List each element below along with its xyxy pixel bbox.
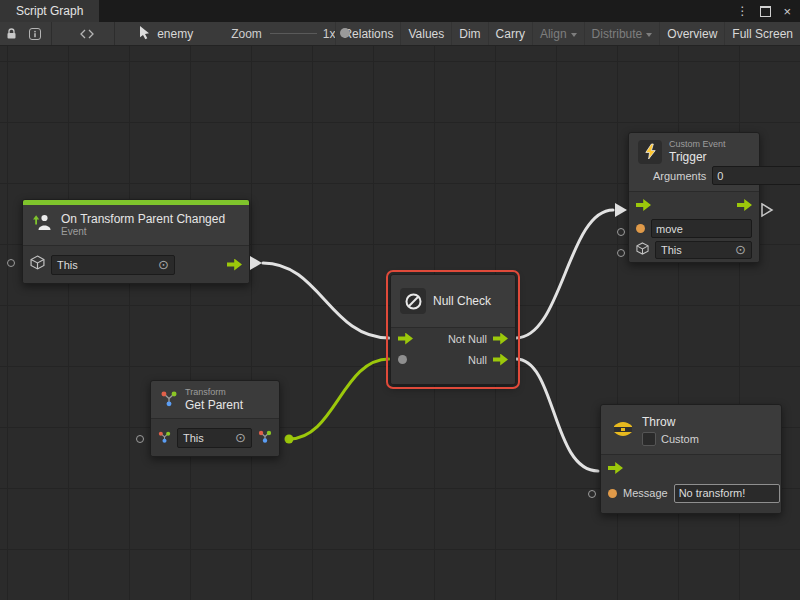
graph-toolbar: enemy Zoom 1x Relations Values Dim Carry… <box>0 22 800 46</box>
toolbar-separator <box>114 22 115 45</box>
node-null-check[interactable]: Null Check Not Null Null <box>390 274 516 385</box>
node-title: On Transform Parent Changed <box>61 212 225 226</box>
distribute-button[interactable]: Distribute <box>584 22 660 45</box>
throw-icon <box>611 418 635 444</box>
align-button[interactable]: Align <box>532 22 584 45</box>
tab-title: Script Graph <box>16 4 83 18</box>
node-category: Transform <box>185 387 243 398</box>
node-title: Null Check <box>433 294 491 308</box>
gameobject-cube-icon <box>30 255 45 274</box>
node-title: Trigger <box>669 150 726 164</box>
event-name-field[interactable] <box>651 219 752 238</box>
message-label: Message <box>623 487 668 499</box>
flow-in-port[interactable] <box>636 199 651 211</box>
event-person-icon <box>32 212 54 238</box>
not-null-out-port[interactable] <box>493 333 508 345</box>
node-get-parent[interactable]: Transform Get Parent This ⊙ <box>150 380 280 457</box>
gameobject-cube-icon <box>636 241 649 259</box>
flow-in-port[interactable] <box>398 333 413 345</box>
values-button[interactable]: Values <box>400 22 451 45</box>
flow-in-port[interactable] <box>608 462 623 474</box>
info-icon[interactable] <box>23 22 47 45</box>
string-value-port[interactable] <box>636 224 645 233</box>
lock-icon[interactable] <box>0 22 23 45</box>
transform-in-port-icon[interactable] <box>158 429 171 447</box>
arguments-label: Arguments <box>653 170 706 182</box>
close-icon[interactable]: × <box>783 5 791 18</box>
event-name-port[interactable] <box>617 228 625 236</box>
target-picker-icon[interactable]: ⊙ <box>235 433 246 443</box>
target-dropdown[interactable]: This ⊙ <box>655 241 752 259</box>
target-picker-icon[interactable]: ⊙ <box>158 260 169 270</box>
target-dropdown[interactable]: This ⊙ <box>51 255 175 275</box>
target-port[interactable] <box>136 435 144 443</box>
null-check-icon <box>400 288 426 314</box>
zoom-slider[interactable] <box>270 22 317 45</box>
null-out-port[interactable] <box>493 354 508 366</box>
code-icon[interactable] <box>74 22 100 45</box>
flow-out-port[interactable] <box>737 199 752 211</box>
dim-button[interactable]: Dim <box>451 22 487 45</box>
string-value-port[interactable] <box>608 489 617 498</box>
window-menu-icon[interactable]: ⋮ <box>736 5 748 17</box>
graph-canvas[interactable]: On Transform Parent Changed Event This ⊙ <box>0 46 800 600</box>
node-throw[interactable]: Throw Custom Message <box>600 404 782 514</box>
flow-out-port[interactable] <box>227 259 242 271</box>
script-graph-icon <box>138 25 151 43</box>
flow-out-connector-outline[interactable] <box>760 202 774 218</box>
toolbar-buttons: Relations Values Dim Carry Align Distrib… <box>335 22 800 45</box>
node-title: Get Parent <box>185 398 243 412</box>
node-category: Custom Event <box>669 139 726 150</box>
dropdown-caret-icon <box>646 33 652 37</box>
tab-script-graph[interactable]: Script Graph <box>0 0 99 22</box>
carry-button[interactable]: Carry <box>488 22 532 45</box>
target-port[interactable] <box>7 259 15 267</box>
dropdown-caret-icon <box>571 33 577 37</box>
maximize-icon[interactable] <box>760 6 771 17</box>
target-picker-icon[interactable]: ⊙ <box>735 245 746 255</box>
zoom-slider-track <box>270 33 317 34</box>
transform-out-port-icon[interactable] <box>258 429 272 447</box>
graph-reference[interactable]: enemy <box>138 25 193 43</box>
value-in-port[interactable] <box>398 355 407 364</box>
port-label: Null <box>468 354 487 366</box>
target-dropdown[interactable]: This ⊙ <box>177 428 252 448</box>
port-label: Not Null <box>448 333 487 345</box>
window-tab-bar: Script Graph ⋮ × <box>0 0 800 22</box>
fullscreen-button[interactable]: Full Screen <box>724 22 800 45</box>
custom-event-lightning-icon <box>638 140 662 164</box>
custom-label: Custom <box>661 433 699 445</box>
node-title: Throw <box>642 415 699 429</box>
node-on-transform-parent-changed[interactable]: On Transform Parent Changed Event This ⊙ <box>22 199 250 284</box>
graph-name: enemy <box>157 27 193 41</box>
zoom-value: 1x <box>323 27 336 41</box>
node-trigger-custom-event[interactable]: Custom Event Trigger Arguments Th <box>628 132 760 263</box>
zoom-label: Zoom <box>231 27 262 41</box>
node-subtitle: Event <box>61 226 225 238</box>
arguments-count-field[interactable] <box>712 166 800 185</box>
zoom-slider-handle[interactable] <box>340 28 350 38</box>
custom-checkbox[interactable] <box>642 432 656 446</box>
transform-icon <box>160 389 178 411</box>
message-field[interactable] <box>674 484 780 503</box>
toolbar-separator <box>51 22 52 45</box>
flow-connector-arrow[interactable] <box>615 203 627 217</box>
target-port[interactable] <box>617 249 625 257</box>
overview-button[interactable]: Overview <box>659 22 724 45</box>
flow-connector-arrow[interactable] <box>250 256 262 270</box>
message-port[interactable] <box>588 490 596 498</box>
